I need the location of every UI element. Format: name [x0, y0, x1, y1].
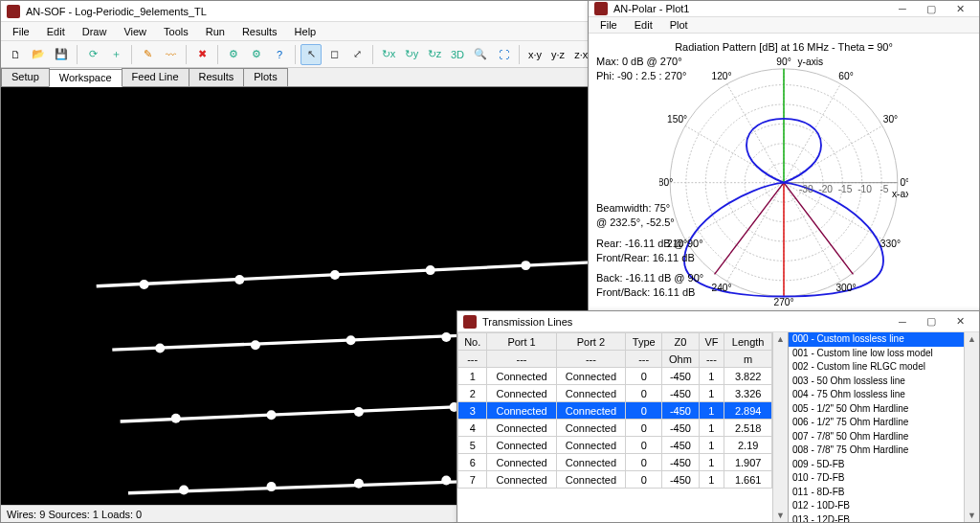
menu-plot[interactable]: Plot [662, 17, 696, 33]
minimize-button[interactable]: ─ [889, 1, 916, 16]
open-icon[interactable]: 📂 [28, 44, 49, 65]
new-icon[interactable]: 🗋 [5, 44, 26, 65]
svg-text:150°: 150° [667, 114, 687, 125]
col-header[interactable]: No. [458, 333, 487, 351]
svg-point-34 [267, 482, 277, 491]
menu-tools[interactable]: Tools [156, 24, 196, 39]
view-yz[interactable]: y·z [547, 49, 568, 60]
list-item[interactable]: 001 - Custom line low loss model [789, 347, 964, 361]
maximize-button[interactable]: ▢ [918, 1, 945, 16]
list-item[interactable]: 003 - 50 Ohm lossless line [789, 375, 964, 389]
fit-icon[interactable]: ⛶ [493, 44, 514, 65]
list-item[interactable]: 007 - 7/8" 50 Ohm Hardline [789, 430, 964, 444]
delete-icon[interactable]: ✖ [191, 44, 212, 65]
list-item[interactable]: 004 - 75 Ohm lossless line [789, 388, 964, 402]
add-icon[interactable]: ＋ [105, 44, 126, 65]
menu-draw[interactable]: Draw [75, 24, 115, 39]
list-item[interactable]: 012 - 10D-FB [789, 499, 964, 513]
maximize-button[interactable]: ▢ [918, 314, 945, 330]
tab-setup[interactable]: Setup [1, 68, 50, 86]
close-button[interactable]: ✕ [947, 314, 973, 330]
table-scrollbar[interactable]: ▲ ▼ [772, 332, 788, 522]
scroll-up-icon[interactable]: ▲ [968, 334, 976, 344]
refresh-icon[interactable]: ⟳ [82, 44, 103, 65]
menu-run[interactable]: Run [198, 24, 233, 39]
tl-type-list[interactable]: 000 - Custom lossless line001 - Custom l… [788, 332, 964, 522]
list-item[interactable]: 002 - Custom line RLGC model [789, 360, 964, 375]
menu-edit[interactable]: Edit [39, 24, 73, 39]
rotz-icon[interactable]: ↻z [424, 44, 445, 65]
tab-results[interactable]: Results [189, 68, 245, 86]
pencil-icon[interactable]: ✎ [137, 44, 158, 65]
svg-point-18 [251, 340, 260, 350]
roty-icon[interactable]: ↻y [401, 44, 422, 65]
table-row[interactable]: 1ConnectedConnected0-45013.822 [458, 368, 772, 385]
draw-icon[interactable]: 〰 [160, 44, 181, 65]
menu-edit[interactable]: Edit [627, 17, 660, 33]
list-item[interactable]: 005 - 1/2" 50 Ohm Hardline [789, 402, 964, 417]
tab-plots[interactable]: Plots [243, 68, 287, 86]
view-xy[interactable]: x·y [524, 49, 546, 60]
minimize-button[interactable]: ─ [889, 314, 916, 330]
toolbar-sep [519, 45, 520, 64]
list-item[interactable]: 009 - 5D-FB [789, 458, 964, 472]
table-row[interactable]: 3ConnectedConnected0-45012.894 [458, 402, 772, 420]
col-header[interactable]: Z0 [662, 333, 699, 351]
window-controls: ─ ▢ ✕ [889, 314, 973, 330]
tab-workspace[interactable]: Workspace [49, 69, 122, 87]
table-row[interactable]: 4ConnectedConnected0-45012.518 [458, 420, 772, 437]
svg-text:90°: 90° [776, 57, 791, 67]
info-line: Rear: -16.11 dB @ 90° [596, 237, 703, 251]
help-icon[interactable]: ? [269, 44, 290, 65]
col-header[interactable]: Port 2 [556, 333, 625, 351]
measure-icon[interactable]: ⤢ [346, 44, 368, 65]
list-item[interactable]: 010 - 7D-FB [789, 471, 964, 486]
info-line: Front/Back: 16.11 dB [596, 285, 703, 300]
window-controls: ─ ▢ ✕ [889, 1, 973, 16]
svg-text:-30: -30 [799, 184, 813, 194]
marquee-icon[interactable]: ◻ [323, 44, 345, 65]
list-item[interactable]: 011 - 8D-FB [789, 486, 964, 500]
gear2-icon[interactable]: ⚙ [246, 44, 267, 65]
menu-results[interactable]: Results [234, 24, 285, 39]
gear-icon[interactable]: ⚙ [223, 44, 244, 65]
menu-file[interactable]: File [592, 17, 625, 33]
scroll-up-icon[interactable]: ▲ [776, 334, 785, 344]
close-button[interactable]: ✕ [947, 1, 973, 16]
save-icon[interactable]: 💾 [51, 44, 72, 65]
polar-info-max: Max: 0 dB @ 270° Phi: -90 : 2.5 : 270° [596, 55, 686, 83]
toolbar-sep [295, 45, 296, 64]
list-item[interactable]: 000 - Custom lossless line [789, 332, 964, 347]
info-line: Beamwidth: 75° [596, 201, 675, 216]
list-item[interactable]: 013 - 12D-FB [789, 513, 964, 523]
zoom-icon[interactable]: 🔍 [470, 44, 491, 65]
col-header[interactable]: Port 1 [487, 333, 556, 351]
table-row[interactable]: 6ConnectedConnected0-45011.907 [458, 454, 772, 471]
svg-text:-10: -10 [858, 184, 872, 194]
svg-point-12 [426, 265, 435, 275]
scroll-down-icon[interactable]: ▼ [776, 511, 785, 520]
svg-text:30°: 30° [883, 114, 898, 125]
table-row[interactable]: 7ConnectedConnected0-45011.661 [458, 471, 772, 489]
list-item[interactable]: 006 - 1/2" 75 Ohm Hardline [789, 416, 964, 430]
menu-help[interactable]: Help [287, 24, 324, 39]
menu-file[interactable]: File [5, 24, 37, 39]
select-icon[interactable]: ↖ [301, 44, 322, 65]
list-scrollbar[interactable]: ▲ ▼ [964, 332, 979, 522]
svg-text:330°: 330° [880, 239, 901, 249]
scroll-down-icon[interactable]: ▼ [968, 511, 976, 520]
table-row[interactable]: 5ConnectedConnected0-45012.19 [458, 437, 772, 454]
list-item[interactable]: 008 - 7/8" 75 Ohm Hardline [789, 443, 964, 458]
info-line: Back: -16.11 dB @ 90° [596, 271, 703, 285]
svg-text:120°: 120° [711, 71, 731, 81]
tl-table-wrap[interactable]: No.Port 1Port 2TypeZ0VFLength ----------… [457, 332, 772, 522]
table-row[interactable]: 2ConnectedConnected0-45013.326 [458, 385, 772, 402]
tab-feed-line[interactable]: Feed Line [122, 68, 189, 86]
col-header[interactable]: Length [724, 333, 772, 351]
svg-point-33 [179, 485, 189, 494]
menu-view[interactable]: View [116, 24, 154, 39]
rotx-icon[interactable]: ↻x [378, 44, 399, 65]
rot3d-icon[interactable]: 3D [447, 44, 468, 65]
col-header[interactable]: VF [699, 333, 724, 351]
col-header[interactable]: Type [626, 333, 662, 351]
